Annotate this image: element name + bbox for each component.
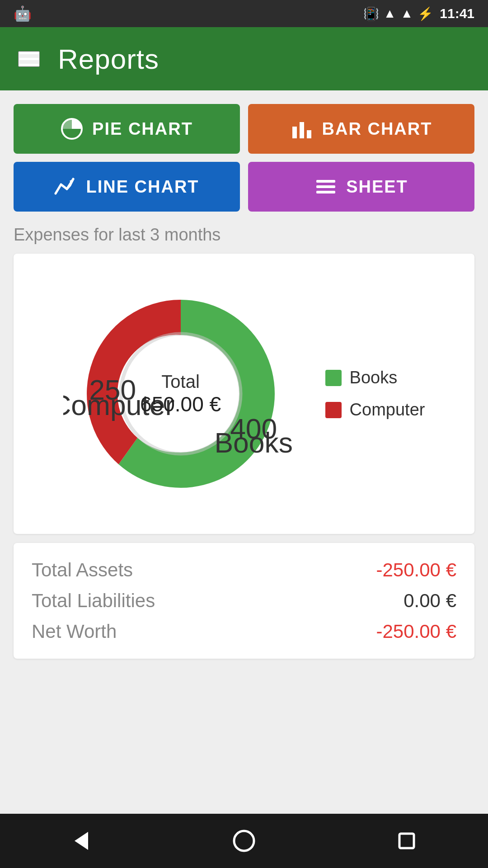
computer-color <box>325 402 342 418</box>
clock: 11:41 <box>440 6 474 21</box>
legend-books: Books <box>325 368 425 387</box>
bottom-navigation <box>0 814 488 868</box>
wifi-icon: ▲ <box>384 6 396 21</box>
sheet-icon <box>314 175 337 198</box>
assets-value: -250.00 € <box>376 559 456 581</box>
summary-card: Total Assets -250.00 € Total Liabilities… <box>14 543 474 659</box>
summary-row-networth: Net Worth -250.00 € <box>32 621 456 642</box>
pie-icon <box>61 118 83 140</box>
hamburger-line <box>19 52 39 54</box>
back-button[interactable] <box>68 827 95 854</box>
svg-rect-10 <box>399 834 414 848</box>
networth-value: -250.00 € <box>376 621 456 642</box>
back-icon <box>68 827 95 854</box>
computer-category-label: Computer <box>63 390 174 421</box>
page-title: Reports <box>58 43 159 75</box>
hamburger-line <box>19 64 39 66</box>
line-icon <box>54 175 77 198</box>
svg-rect-3 <box>307 130 311 138</box>
donut-container: 250 Computer 400 Books Total 650.00 € Bo… <box>27 267 461 520</box>
section-label: Expenses for last 3 months <box>14 225 474 245</box>
hamburger-line <box>19 58 39 60</box>
vibrate-icon: 📳 <box>363 6 379 21</box>
android-icon: 🤖 <box>14 5 32 22</box>
pie-chart-button[interactable]: PIE CHART <box>14 104 240 154</box>
svg-rect-2 <box>300 122 304 138</box>
computer-legend-label: Computer <box>350 400 425 420</box>
recent-button[interactable] <box>393 827 420 854</box>
sheet-button[interactable]: SHEET <box>248 162 474 212</box>
chart-type-buttons: PIE CHART BAR CHART <box>14 104 474 212</box>
svg-rect-1 <box>292 127 297 138</box>
status-right: 📳 ▲ ▲ ⚡ 11:41 <box>363 6 474 21</box>
chart-legend: Books Computer <box>325 368 425 420</box>
assets-label: Total Assets <box>32 559 133 581</box>
line-chart-label: LINE CHART <box>86 177 199 197</box>
bar-chart-button[interactable]: BAR CHART <box>248 104 474 154</box>
books-legend-label: Books <box>350 368 398 387</box>
svg-rect-5 <box>316 180 335 183</box>
books-color <box>325 370 342 386</box>
pie-chart-label: PIE CHART <box>92 119 193 139</box>
bar-icon <box>291 118 313 140</box>
networth-label: Net Worth <box>32 621 117 642</box>
svg-point-9 <box>234 831 254 851</box>
donut-chart: 250 Computer 400 Books Total 650.00 € <box>63 276 298 511</box>
svg-rect-6 <box>316 185 335 188</box>
battery-icon: ⚡ <box>418 6 433 21</box>
signal-icon: ▲ <box>401 6 413 21</box>
main-content: PIE CHART BAR CHART <box>0 90 488 814</box>
home-icon <box>230 827 258 854</box>
line-chart-button[interactable]: LINE CHART <box>14 162 240 212</box>
recent-icon <box>393 827 420 854</box>
books-category-label: Books <box>214 427 292 458</box>
svg-rect-7 <box>316 191 335 193</box>
sheet-label: SHEET <box>346 177 408 197</box>
status-bar: 🤖 📳 ▲ ▲ ⚡ 11:41 <box>0 0 488 27</box>
app-bar: Reports <box>0 27 488 90</box>
home-button[interactable] <box>230 827 258 854</box>
liabilities-label: Total Liabilities <box>32 590 155 612</box>
legend-computer: Computer <box>325 400 425 420</box>
summary-row-liabilities: Total Liabilities 0.00 € <box>32 590 456 612</box>
svg-marker-8 <box>75 832 88 850</box>
status-icons: 📳 ▲ ▲ ⚡ <box>363 6 433 21</box>
status-left: 🤖 <box>14 5 32 22</box>
chart-card: 250 Computer 400 Books Total 650.00 € Bo… <box>14 254 474 534</box>
menu-button[interactable] <box>18 51 40 67</box>
donut-svg: 250 Computer 400 Books <box>63 276 298 511</box>
bar-chart-label: BAR CHART <box>322 119 432 139</box>
liabilities-value: 0.00 € <box>404 590 456 612</box>
summary-row-assets: Total Assets -250.00 € <box>32 559 456 581</box>
